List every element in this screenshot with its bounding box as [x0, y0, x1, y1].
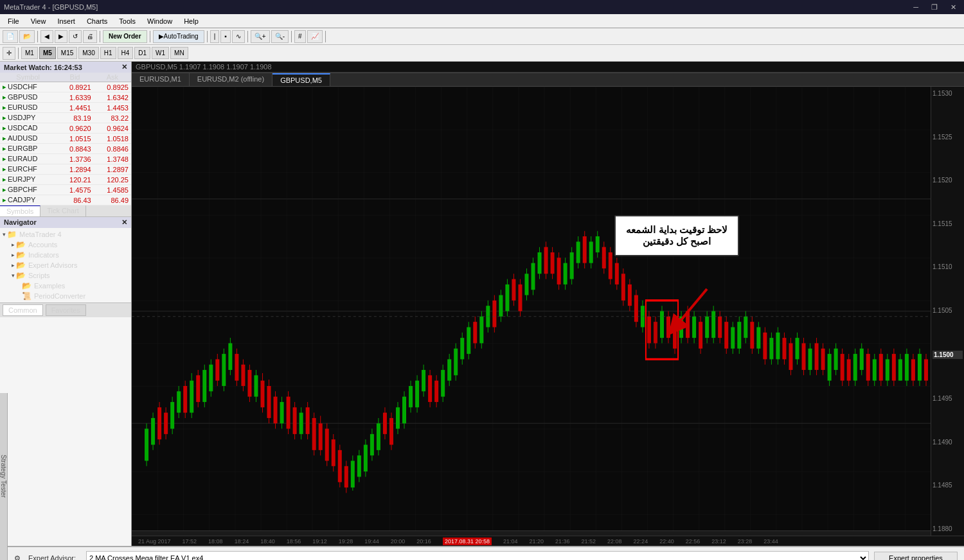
menu-file[interactable]: File — [3, 16, 24, 26]
market-watch-row[interactable]: ▸EURCHF 1.2894 1.2897 — [0, 164, 131, 175]
print-btn[interactable]: 🖨 — [83, 30, 97, 43]
mw-bid: 83.19 — [56, 113, 93, 123]
mw-ask: 0.8925 — [94, 82, 131, 92]
crosshair-btn[interactable]: ✛ — [3, 47, 15, 60]
chart-scrollbar[interactable] — [132, 530, 931, 536]
market-watch-row[interactable]: ▸GBPUSD 1.6339 1.6342 — [0, 92, 131, 103]
close-button[interactable]: ✕ — [947, 2, 960, 13]
mw-bid: 0.9620 — [56, 123, 93, 134]
indicator-btn[interactable]: 📈 — [307, 30, 323, 43]
nav-item-accounts[interactable]: ▸📂Accounts — [0, 240, 131, 250]
mw-symbol: ▸GBPUSD — [0, 92, 56, 103]
mw-ask: 86.49 — [94, 195, 131, 206]
menu-view[interactable]: View — [26, 16, 51, 26]
navigator-close[interactable]: ✕ — [121, 218, 127, 227]
nav-item-periodconverter[interactable]: 📜PeriodConverter — [0, 291, 131, 301]
period-m30[interactable]: M30 — [78, 47, 98, 59]
ea-label-text: Expert Advisor: — [28, 554, 76, 560]
market-watch-table: Symbol Bid Ask ▸USDCHF 0.8921 0.8925 ▸GB… — [0, 73, 131, 206]
new-chart-btn[interactable]: 📄 — [3, 30, 18, 43]
nav-folder-icon: 📂 — [16, 271, 26, 280]
back-btn[interactable]: ◀ — [40, 30, 53, 43]
navigator-bottom-tabs: Common Favorites — [0, 302, 131, 317]
mw-ask: 0.9624 — [94, 123, 131, 134]
zoom-out-btn[interactable]: 🔍- — [271, 30, 289, 43]
grid-btn[interactable]: # — [294, 30, 306, 43]
market-watch-close[interactable]: ✕ — [121, 63, 127, 71]
mw-symbol: ▸GBPCHF — [0, 185, 56, 195]
chart-tab-eurusd-m2[interactable]: EURUSD,M2 (offline) — [190, 73, 272, 86]
nav-item-label: Examples — [34, 282, 65, 290]
market-watch-row[interactable]: ▸GBPCHF 1.4575 1.4585 — [0, 185, 131, 195]
mw-symbol: ▸USDCAD — [0, 123, 56, 134]
menu-insert[interactable]: Insert — [52, 16, 80, 26]
chart-candle-btn[interactable]: ▪ — [220, 30, 231, 43]
ea-select[interactable]: 2 MA Crosses Mega filter EA V1.ex4 — [86, 551, 869, 560]
mw-bid: 0.8921 — [56, 82, 93, 92]
nav-item-label: Indicators — [28, 251, 59, 259]
market-watch-row[interactable]: ▸USDJPY 83.19 83.22 — [0, 113, 131, 123]
period-w1[interactable]: W1 — [152, 47, 169, 59]
chart-tab-gbpusd-m5[interactable]: GBPUSD,M5 — [272, 73, 330, 86]
chart-tab-eurusd-m1[interactable]: EURUSD,M1 — [132, 73, 190, 86]
nav-folder-icon: 📂 — [16, 250, 26, 259]
market-watch-row[interactable]: ▸EURUSD 1.4451 1.4453 — [0, 103, 131, 113]
chart-yaxis: 1.1530 1.1525 1.1520 1.1515 1.1510 1.150… — [931, 87, 964, 536]
nav-item-label: MetaTrader 4 — [19, 231, 62, 238]
menu-bar: File View Insert Charts Tools Window Hel… — [0, 14, 964, 28]
period-h4[interactable]: H4 — [118, 47, 134, 59]
minimize-button[interactable]: ─ — [909, 2, 922, 13]
zoom-in-btn[interactable]: 🔍+ — [251, 30, 270, 43]
navigator-header[interactable]: Navigator ✕ — [0, 217, 131, 228]
nav-item-label: Scripts — [28, 272, 50, 279]
mw-symbol: ▸EURAUD — [0, 154, 56, 164]
mw-bid: 0.8843 — [56, 144, 93, 154]
nav-item-examples[interactable]: 📂Examples — [0, 281, 131, 291]
market-watch-row[interactable]: ▸USDCAD 0.9620 0.9624 — [0, 123, 131, 134]
tab-symbols[interactable]: Symbols — [0, 206, 40, 216]
nav-item-indicators[interactable]: ▸📂Indicators — [0, 250, 131, 260]
tester-panel: Strategy Tester ⚙ Expert Advisor: 2 MA C… — [0, 546, 964, 560]
restore-button[interactable]: ❐ — [927, 2, 942, 13]
nav-tab-common[interactable]: Common — [3, 304, 43, 316]
chart-canvas[interactable]: 1.1530 1.1525 1.1520 1.1515 1.1510 1.150… — [132, 87, 964, 536]
autotrading-label: AutoTrading — [164, 33, 199, 40]
mw-bid: 1.6339 — [56, 92, 93, 103]
mw-symbol: ▸EURCHF — [0, 164, 56, 175]
mw-ask: 1.3748 — [94, 154, 131, 164]
period-m15[interactable]: M15 — [57, 47, 77, 59]
chart-bar-btn[interactable]: | — [210, 30, 220, 43]
market-watch-row[interactable]: ▸CADJPY 86.43 86.49 — [0, 195, 131, 206]
nav-item-metatrader-4[interactable]: ▾📁MetaTrader 4 — [0, 229, 131, 240]
menu-help[interactable]: Help — [179, 16, 204, 26]
tester-vertical-tab[interactable]: Strategy Tester — [0, 393, 8, 560]
nav-item-expert-advisors[interactable]: ▸📂Expert Advisors — [0, 260, 131, 270]
market-watch-title: Market Watch: 16:24:53 — [4, 64, 82, 71]
mw-symbol: ▸CADJPY — [0, 195, 56, 206]
market-watch-row[interactable]: ▸EURAUD 1.3736 1.3748 — [0, 154, 131, 164]
nav-tab-favorites[interactable]: Favorites — [46, 304, 86, 316]
menu-charts[interactable]: Charts — [82, 16, 112, 26]
market-watch-row[interactable]: ▸EURGBP 0.8843 0.8846 — [0, 144, 131, 154]
autotrading-btn[interactable]: ▶ AutoTrading — [153, 30, 204, 43]
market-watch-row[interactable]: ▸AUDUSD 1.0515 1.0518 — [0, 134, 131, 144]
tab-tick-chart[interactable]: Tick Chart — [40, 206, 86, 216]
period-m5[interactable]: M5 — [39, 47, 56, 59]
period-m1[interactable]: M1 — [21, 47, 38, 59]
menu-tools[interactable]: Tools — [114, 16, 141, 26]
new-order-btn[interactable]: New Order — [103, 30, 147, 43]
period-mn[interactable]: MN — [170, 47, 188, 59]
period-d1[interactable]: D1 — [134, 47, 150, 59]
annotation-arrow — [662, 286, 713, 338]
open-btn[interactable]: 📂 — [19, 30, 35, 43]
menu-window[interactable]: Window — [142, 16, 177, 26]
expert-properties-btn[interactable]: Expert properties — [874, 552, 958, 560]
period-h1[interactable]: H1 — [100, 47, 116, 59]
market-watch-row[interactable]: ▸USDCHF 0.8921 0.8925 — [0, 82, 131, 92]
refresh-btn[interactable]: ↺ — [69, 30, 82, 43]
nav-item-scripts[interactable]: ▾📂Scripts — [0, 270, 131, 281]
chart-line-btn[interactable]: ∿ — [232, 30, 245, 43]
mw-ask: 83.22 — [94, 113, 131, 123]
market-watch-row[interactable]: ▸EURJPY 120.21 120.25 — [0, 175, 131, 185]
forward-btn[interactable]: ▶ — [55, 30, 67, 43]
